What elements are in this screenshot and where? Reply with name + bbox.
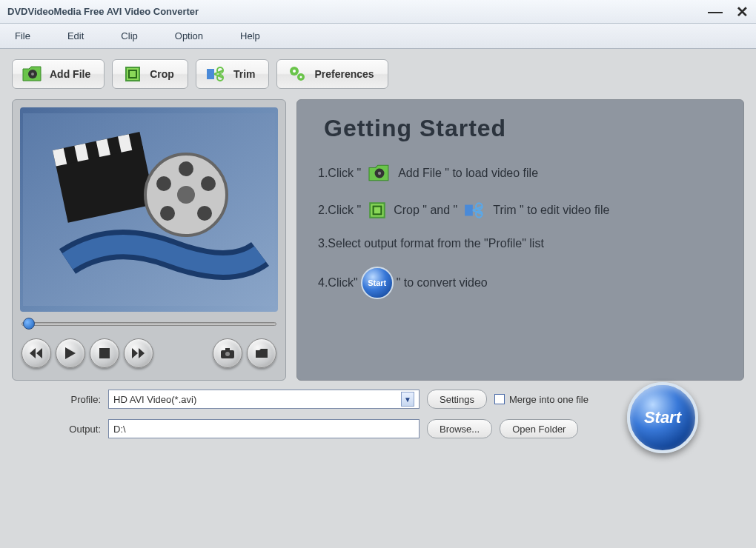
open-folder-button[interactable]: Open Folder: [500, 419, 578, 438]
svg-rect-4: [207, 69, 214, 79]
add-file-label: Add File: [50, 68, 90, 80]
snapshot-button[interactable]: [213, 338, 242, 368]
toolbar: Add File Crop Trim Preferences: [12, 59, 744, 89]
menu-edit[interactable]: Edit: [67, 30, 84, 41]
help-step-3: 3.Select output format from the "Profile…: [318, 237, 723, 250]
add-file-button[interactable]: Add File: [12, 59, 105, 89]
content-row: Getting Started 1.Click " Add File " to …: [12, 99, 744, 381]
output-path-field[interactable]: D:\: [108, 419, 420, 438]
svg-point-24: [156, 176, 171, 191]
svg-rect-2: [126, 67, 139, 81]
merge-checkbox[interactable]: Merge into one file: [494, 394, 588, 405]
svg-point-8: [293, 70, 296, 73]
menu-bar: File Edit Clip Option Help: [0, 24, 756, 49]
seek-thumb[interactable]: [23, 318, 35, 330]
play-button[interactable]: [56, 338, 85, 368]
crop-icon: [122, 64, 144, 84]
rewind-button[interactable]: [21, 338, 51, 368]
help-step-4b: " to convert video: [397, 276, 488, 290]
output-row: Output: D:\ Browse... Open Folder: [64, 419, 588, 438]
output-label: Output:: [64, 424, 101, 435]
trim-button[interactable]: Trim: [196, 59, 270, 89]
preview-panel: [12, 99, 286, 381]
svg-point-10: [300, 76, 302, 78]
svg-point-23: [160, 206, 175, 221]
preview-image: [20, 107, 278, 312]
seek-bar[interactable]: [21, 319, 276, 328]
profile-row: Profile: HD AVI Video(*.avi) ▼ Settings …: [64, 390, 588, 409]
profile-label: Profile:: [64, 394, 101, 405]
preferences-button[interactable]: Preferences: [276, 59, 388, 89]
svg-point-22: [197, 206, 212, 221]
bottom-panel: Profile: HD AVI Video(*.avi) ▼ Settings …: [12, 381, 744, 453]
help-step-4a: 4.Click": [318, 276, 358, 290]
svg-point-28: [225, 352, 230, 356]
folder-film-icon: [21, 64, 44, 84]
svg-rect-27: [225, 348, 230, 351]
form-rows: Profile: HD AVI Video(*.avi) ▼ Settings …: [64, 390, 588, 438]
start-icon: Start: [361, 267, 394, 299]
title-bar: DVDVideoMedia Free AVI Video Converter —…: [0, 0, 756, 24]
svg-point-21: [201, 176, 216, 191]
start-button[interactable]: Start: [627, 382, 698, 453]
menu-help[interactable]: Help: [240, 30, 260, 41]
folder-open-button[interactable]: [247, 338, 276, 368]
checkbox-box: [494, 394, 505, 404]
crop-button[interactable]: Crop: [112, 59, 188, 89]
help-title: Getting Started: [324, 115, 723, 142]
settings-button[interactable]: Settings: [427, 390, 487, 409]
profile-combobox[interactable]: HD AVI Video(*.avi) ▼: [108, 390, 420, 409]
svg-point-19: [177, 186, 195, 204]
trim-label: Trim: [233, 68, 256, 80]
forward-button[interactable]: [124, 338, 153, 368]
browse-button[interactable]: Browse...: [427, 419, 492, 438]
player-controls: [20, 334, 278, 372]
folder-film-icon: [367, 163, 392, 184]
svg-rect-33: [465, 205, 473, 216]
svg-point-20: [179, 161, 193, 176]
output-value: D:\: [113, 424, 126, 435]
seek-track: [21, 322, 276, 326]
help-step-2b: Crop " and ": [394, 204, 457, 217]
chevron-down-icon: ▼: [401, 392, 414, 407]
stop-button[interactable]: [90, 338, 119, 368]
minimize-button[interactable]: —: [708, 3, 723, 20]
main-area: Add File Crop Trim Preferences: [0, 49, 756, 464]
close-button[interactable]: ✕: [736, 3, 749, 21]
gears-icon: [286, 64, 308, 84]
svg-rect-31: [370, 203, 384, 217]
help-step-2: 2.Click " Crop " and " Trim " to edit vi…: [318, 200, 723, 221]
help-step-1: 1.Click " Add File " to load video file: [318, 163, 723, 184]
svg-point-1: [31, 73, 34, 76]
menu-file[interactable]: File: [15, 30, 30, 41]
merge-label: Merge into one file: [509, 394, 588, 405]
help-step-1b: Add File " to load video file: [398, 167, 538, 180]
svg-point-30: [378, 172, 381, 175]
menu-clip[interactable]: Clip: [121, 30, 137, 41]
window-controls: — ✕: [708, 3, 749, 21]
preferences-label: Preferences: [314, 68, 374, 80]
svg-rect-25: [99, 348, 110, 358]
help-step-4: 4.Click" Start " to convert video: [318, 267, 723, 299]
window-title: DVDVideoMedia Free AVI Video Converter: [7, 6, 199, 17]
crop-label: Crop: [150, 68, 174, 80]
help-step-2a: 2.Click ": [318, 204, 361, 217]
help-step-2c: Trim " to edit video file: [493, 204, 609, 217]
getting-started-panel: Getting Started 1.Click " Add File " to …: [296, 99, 744, 381]
help-step-1a: 1.Click ": [318, 167, 361, 180]
profile-value: HD AVI Video(*.avi): [113, 394, 196, 405]
menu-option[interactable]: Option: [175, 30, 203, 41]
trim-scissors-icon: [205, 64, 228, 84]
trim-scissors-icon: [463, 200, 487, 221]
crop-icon: [367, 200, 388, 221]
